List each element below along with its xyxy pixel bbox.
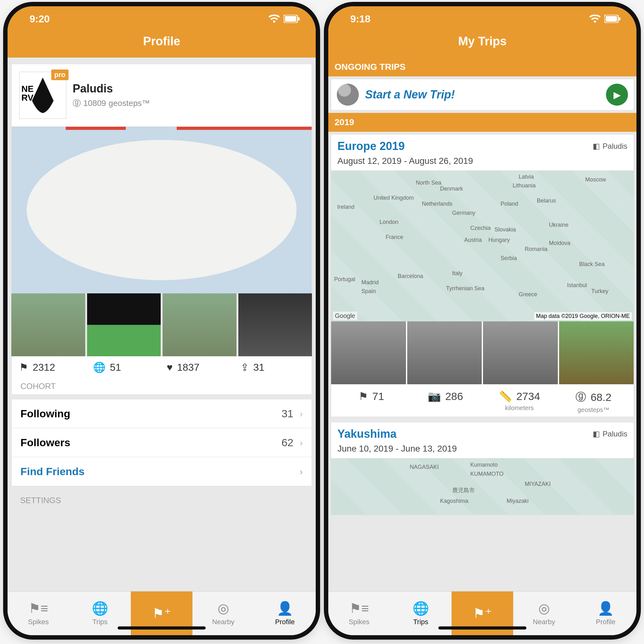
- photo-thumb[interactable]: [331, 321, 406, 384]
- trip-owner: ◧Paludis: [593, 140, 627, 153]
- trip-dates: August 12, 2019 - August 26, 2019: [331, 156, 634, 170]
- stat-globes[interactable]: 🌐51: [88, 361, 162, 373]
- profile-header: pro NERV Paludis ⓖ 10809 geosteps™: [11, 64, 312, 127]
- profile-icon: 👤: [597, 601, 614, 616]
- chevron-right-icon: ›: [300, 408, 303, 419]
- trip-map[interactable]: NAGASAKI Kumamoto KUMAMOTO MIYAZAKI Kago…: [331, 458, 634, 515]
- stat-hearts[interactable]: ♥1837: [162, 361, 236, 373]
- spikes-icon: ⚑≡: [349, 601, 369, 616]
- flag-plus-icon: ⚑⁺: [152, 606, 171, 621]
- page-title: Profile: [8, 31, 316, 58]
- flag-icon: ⚑: [358, 390, 368, 403]
- photo-thumb[interactable]: [163, 293, 236, 356]
- profile-icon: 👤: [277, 601, 293, 616]
- nearby-icon: ◎: [538, 601, 550, 616]
- tstat-geosteps: ⓖ68.2geosteps™: [557, 390, 631, 414]
- tstat-photos: 📷286: [408, 390, 483, 414]
- wifi-icon: [589, 14, 601, 23]
- username: Paludis: [73, 82, 150, 95]
- home-indicator[interactable]: [438, 626, 526, 630]
- status-bar: 9:20: [8, 6, 316, 31]
- profile-photo-strip[interactable]: [11, 293, 312, 356]
- photo-thumb[interactable]: [407, 321, 482, 384]
- tstat-distance: 📏2734kilometers: [482, 390, 557, 414]
- trip-card-yakushima[interactable]: Yakushima ◧Paludis June 10, 2019 - June …: [331, 422, 634, 515]
- trips-icon: 🌐: [413, 601, 429, 616]
- geosteps-count: ⓖ 10809 geosteps™: [73, 98, 150, 109]
- trip-dates: June 10, 2019 - June 13, 2019: [331, 444, 634, 458]
- start-new-trip-row[interactable]: Start a New Trip! ▶: [331, 79, 634, 110]
- stat-shares[interactable]: ⇪31: [236, 361, 309, 373]
- owner-icon: ◧: [593, 142, 600, 151]
- photo-thumb[interactable]: [483, 321, 558, 384]
- svg-rect-1: [285, 16, 296, 22]
- wifi-icon: [269, 14, 280, 23]
- status-bar: 9:18: [328, 6, 636, 31]
- heart-icon: ♥: [167, 362, 173, 373]
- avatar-text: NERV: [21, 85, 34, 102]
- stat-flags[interactable]: ⚑2312: [14, 361, 88, 373]
- status-time: 9:20: [30, 13, 50, 25]
- section-year: 2019: [328, 113, 636, 132]
- spikes-icon: ⚑≡: [29, 601, 48, 616]
- section-ongoing: ONGOING TRIPS: [328, 58, 636, 76]
- geosteps-icon: ⓖ: [73, 98, 81, 109]
- row-following[interactable]: Following 31›: [11, 399, 312, 428]
- flag-icon: ⚑: [19, 361, 28, 373]
- ruler-icon: 📏: [499, 390, 512, 403]
- tab-spikes[interactable]: ⚑≡Spikes: [8, 591, 69, 635]
- home-indicator[interactable]: [118, 626, 206, 630]
- section-cohort: COHORT: [11, 378, 312, 395]
- svg-rect-4: [606, 16, 617, 22]
- trip-card-europe[interactable]: Europe 2019 ◧Paludis August 12, 2019 - A…: [331, 134, 634, 417]
- phone-profile: 9:20 Profile pro NERV Paludis ⓖ 10809: [8, 6, 316, 635]
- google-badge: Google: [333, 312, 357, 320]
- trip-photo-strip[interactable]: [331, 321, 634, 384]
- camera-icon: 📷: [428, 390, 441, 403]
- chevron-right-icon: ›: [300, 437, 303, 448]
- geosteps-icon: ⓖ: [575, 390, 586, 404]
- phone-trips: 9:18 My Trips ONGOING TRIPS Start a New …: [328, 6, 636, 635]
- photo-thumb[interactable]: [238, 293, 312, 356]
- svg-rect-2: [298, 17, 300, 20]
- battery-icon: [284, 15, 300, 23]
- photo-thumb[interactable]: [87, 293, 161, 356]
- trip-stats: ⚑71 📷286 📏2734kilometers ⓖ68.2geosteps™: [331, 384, 634, 417]
- owner-icon: ◧: [593, 430, 600, 438]
- trips-icon: 🌐: [92, 601, 108, 616]
- row-followers[interactable]: Followers 62›: [11, 428, 312, 457]
- nearby-icon: ◎: [218, 601, 229, 616]
- avatar[interactable]: pro NERV: [19, 72, 66, 119]
- page-title: My Trips: [328, 31, 636, 58]
- globe-icon: 🌐: [93, 361, 106, 373]
- trip-title: Europe 2019: [337, 140, 405, 153]
- map-attribution: Map data ©2019 Google, ORION-ME: [534, 312, 632, 320]
- tstat-flags: ⚑71: [334, 390, 408, 414]
- profile-stats: ⚑2312 🌐51 ♥1837 ⇪31: [11, 356, 312, 378]
- photo-thumb[interactable]: [559, 321, 634, 384]
- photo-thumb[interactable]: [11, 293, 85, 356]
- row-find-friends[interactable]: Find Friends ›: [11, 457, 312, 486]
- flag-plus-icon: ⚑⁺: [473, 606, 492, 621]
- trip-owner: ◧Paludis: [593, 427, 627, 441]
- tab-profile[interactable]: 👤Profile: [575, 591, 636, 635]
- trip-title: Yakushima: [337, 427, 397, 441]
- play-button[interactable]: ▶: [606, 84, 628, 106]
- share-icon: ⇪: [241, 361, 249, 373]
- chevron-right-icon: ›: [300, 466, 303, 477]
- svg-rect-5: [619, 17, 620, 20]
- trip-map[interactable]: United Kingdom Germany Poland France Ita…: [331, 170, 634, 321]
- section-settings: SETTINGS: [11, 486, 312, 508]
- profile-world-map[interactable]: [11, 127, 312, 293]
- globe-flag-icon: [337, 84, 359, 106]
- tab-spikes[interactable]: ⚑≡Spikes: [328, 591, 390, 635]
- battery-icon: [604, 15, 621, 23]
- pro-badge: pro: [51, 69, 69, 80]
- status-time: 9:18: [350, 13, 370, 25]
- tab-profile[interactable]: 👤Profile: [254, 591, 316, 635]
